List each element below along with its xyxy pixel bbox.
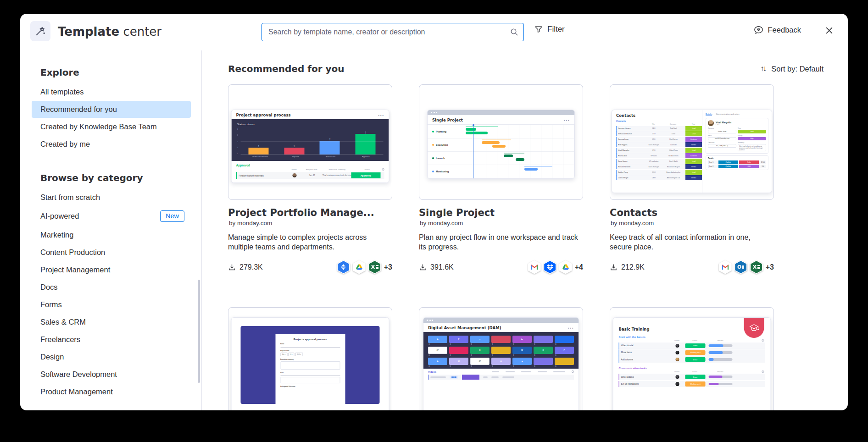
- sidebar-item-freelancers[interactable]: Freelancers: [32, 331, 191, 348]
- sidebar-item-software-development[interactable]: Software Development: [32, 366, 191, 383]
- sidebar-item-sales-crm[interactable]: Sales & CRM: [32, 314, 191, 331]
- sort-arrows-icon: ↑↓: [760, 64, 767, 73]
- sidebar-scrollbar[interactable]: [198, 280, 200, 383]
- sidebar-item-label: Forms: [40, 300, 62, 309]
- thumb-file-tile: ●: [470, 336, 490, 345]
- download-icon: [228, 263, 236, 271]
- thumb-file-tile: [555, 336, 574, 345]
- sidebar-item-label: Content Production: [40, 248, 105, 257]
- explore-list: All templatesRecommended for youCreated …: [32, 83, 201, 153]
- screenshot-frame: Template center Filter Feedback: [0, 0, 868, 442]
- thumb-file-tile: P: [555, 347, 574, 356]
- card-footer: 391.6K+4: [419, 260, 583, 274]
- sidebar-item-docs[interactable]: Docs: [32, 279, 191, 296]
- modal-header: Template center Filter Feedback: [20, 14, 848, 50]
- template-thumbnail: ContactsContactsTitleCompanyTypeLorenzo …: [610, 84, 774, 200]
- sidebar-item-created-by-me[interactable]: Created by me: [32, 136, 191, 153]
- close-icon: [824, 26, 834, 35]
- gdrive-icon: [559, 260, 572, 274]
- sidebar-item-content-production[interactable]: Content Production: [32, 244, 191, 261]
- sidebar-item-label: Start from scratch: [40, 193, 100, 202]
- sidebar-item-design[interactable]: Design: [32, 348, 191, 365]
- template-card[interactable]: Basic TrainingStart with the basicsOwner…: [610, 307, 774, 410]
- sidebar-item-label: Docs: [40, 283, 58, 292]
- search-input[interactable]: [262, 23, 524, 41]
- template-thumbnail: Project approval process●●●Status column…: [228, 84, 392, 200]
- jira-icon: [337, 260, 350, 274]
- page-title: Template center: [58, 25, 161, 39]
- thumb-training-group: Communication toolsOwnerStatusTimelineWr…: [619, 367, 765, 387]
- filter-funnel-icon: [534, 25, 543, 34]
- template-center-modal: Template center Filter Feedback: [20, 14, 848, 410]
- thumb-dam-videos: Videos: [423, 369, 579, 381]
- thumbnail-single-project: Single Project●●●PlanningExecutionLaunch…: [427, 110, 575, 179]
- explore-heading: Explore: [40, 67, 201, 78]
- filter-button[interactable]: Filter: [534, 25, 565, 34]
- sidebar-item-label: Product Management: [40, 387, 113, 396]
- feedback-button[interactable]: Feedback: [753, 25, 801, 35]
- feedback-label: Feedback: [768, 26, 801, 34]
- sidebar-item-ai-powered[interactable]: AI-poweredNew: [32, 206, 191, 226]
- main-header-row: Recommended for you ↑↓ Sort by: Default: [228, 63, 848, 74]
- modal-body: Explore All templatesRecommended for you…: [20, 50, 848, 410]
- template-card[interactable]: Single Project●●●PlanningExecutionLaunch…: [419, 84, 583, 274]
- template-card[interactable]: Projects approval processNameRequest dat…: [228, 307, 392, 410]
- thumb-file-tile: P: [449, 336, 468, 345]
- card-title: Contacts: [610, 207, 774, 218]
- sidebar-item-product-management[interactable]: Product Management: [32, 383, 191, 400]
- magic-wand-icon: [34, 25, 46, 37]
- categories-heading: Browse by category: [40, 172, 201, 183]
- dropbox-icon: [544, 260, 556, 274]
- template-card[interactable]: Project approval process●●●Status column…: [228, 84, 392, 274]
- sort-button[interactable]: ↑↓ Sort by: Default: [760, 64, 823, 73]
- card-description: Keep track of all contact information in…: [610, 232, 774, 252]
- sidebar-item-marketing[interactable]: Marketing: [32, 227, 191, 243]
- integration-icons: OX+3: [719, 260, 774, 274]
- sidebar-item-label: Software Development: [40, 370, 117, 379]
- thumbnail-project-approval: Project approval process●●●Status column…: [231, 110, 389, 183]
- graduation-cap-badge: [744, 318, 764, 338]
- filter-label: Filter: [547, 25, 565, 34]
- template-card[interactable]: Digital Asset Management (DAM)●●●AP●▶ZIP…: [419, 307, 583, 410]
- thumb-file-tile: ▲: [512, 358, 532, 367]
- sidebar-item-created-by-knowledge-base-team[interactable]: Created by Knowledge Base Team: [32, 118, 191, 135]
- feedback-bubble-icon: [753, 25, 764, 35]
- thumb-file-tile: ZIP: [470, 358, 490, 367]
- thumb-file-tile: [491, 347, 511, 356]
- download-icon: [610, 263, 618, 271]
- search-box: [262, 23, 524, 41]
- thumb-file-tile: [534, 336, 553, 345]
- gmail-icon: [528, 260, 541, 274]
- download-icon: [419, 263, 427, 271]
- more-integrations-count: +4: [575, 263, 583, 271]
- thumb-file-tile: X: [470, 347, 490, 356]
- card-title: Project Portfolio Manage...: [228, 207, 392, 218]
- thumb-file-tile: A: [428, 358, 447, 367]
- thumb-crm-table: ContactsContactsTitleCompanyTypeLorenzo …: [612, 110, 702, 193]
- thumb-dam-grid: AP●▶ZIPXWXPAWZIPA▲: [423, 332, 579, 369]
- new-badge: New: [160, 210, 184, 222]
- thumb-file-tile: [491, 336, 511, 345]
- search-icon: [510, 28, 518, 38]
- thumb-file-tile: A: [428, 336, 447, 345]
- template-thumbnail: Basic TrainingStart with the basicsOwner…: [610, 307, 774, 410]
- sidebar-item-label: Created by Knowledge Base Team: [40, 122, 157, 131]
- sidebar-item-project-management[interactable]: Project Management: [32, 261, 191, 278]
- sidebar-item-forms[interactable]: Forms: [32, 296, 191, 313]
- sidebar-item-start-from-scratch[interactable]: Start from scratch: [32, 189, 191, 206]
- gdrive-icon: [353, 260, 366, 274]
- thumb-gantt: PlanningExecutionLaunchMonitoring: [428, 124, 574, 178]
- sidebar-item-recommended-for-you[interactable]: Recommended for you: [32, 101, 191, 118]
- card-byline: by monday.com: [419, 220, 583, 227]
- sidebar-item-label: Freelancers: [40, 335, 80, 344]
- close-button[interactable]: [824, 26, 834, 37]
- excel-icon: X: [750, 260, 763, 274]
- sidebar-item-all-templates[interactable]: All templates: [32, 83, 191, 100]
- sidebar-item-label: Recommended for you: [40, 105, 117, 114]
- outlook-icon: O: [734, 260, 747, 274]
- card-byline: by monday.com: [228, 220, 392, 227]
- template-thumbnail: Projects approval processNameRequest dat…: [228, 307, 392, 410]
- template-thumbnail: Single Project●●●PlanningExecutionLaunch…: [419, 84, 583, 200]
- template-card[interactable]: ContactsContactsTitleCompanyTypeLorenzo …: [610, 84, 774, 274]
- page-title-bold: Template: [58, 25, 119, 39]
